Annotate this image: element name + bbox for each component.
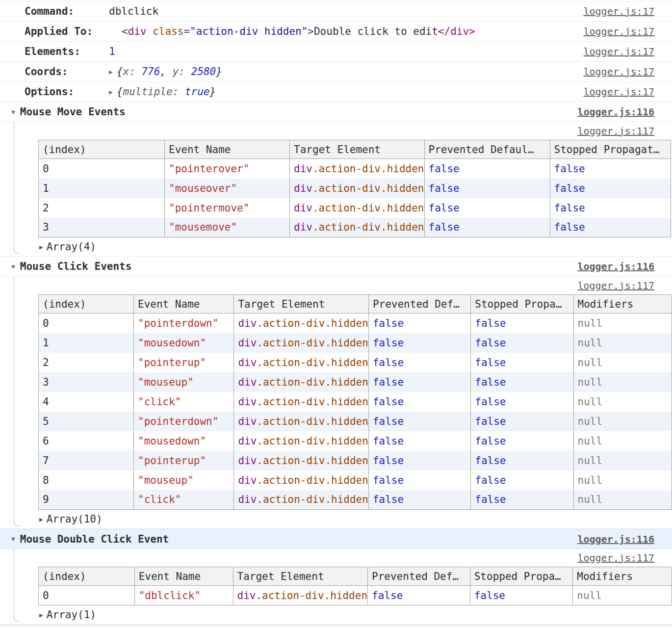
console-row-elements: Elements: 1 logger.js:17 — [0, 42, 672, 62]
table-cell: 1 — [39, 179, 165, 198]
collapse-triangle-icon[interactable] — [11, 536, 15, 542]
selector-tag: div — [238, 396, 257, 408]
column-header[interactable]: (index) — [39, 140, 165, 159]
row-label-command: Command: — [25, 5, 109, 17]
selector-tag: div — [238, 357, 257, 368]
expand-triangle-icon[interactable] — [109, 89, 113, 95]
group-header-mouse-click-events[interactable]: Mouse Click Events logger.js:116 — [0, 257, 672, 277]
column-header[interactable]: (index) — [39, 295, 134, 314]
source-link[interactable]: logger.js:116 — [577, 529, 654, 549]
table-row: 2"pointermove"div.action-div.hiddenfalse… — [39, 198, 671, 218]
source-link[interactable]: logger.js:17 — [584, 1, 655, 21]
table-cell: false — [424, 218, 550, 237]
table-cell: null — [573, 471, 672, 490]
column-header[interactable]: Event Name — [134, 295, 234, 314]
column-header[interactable]: (index) — [39, 567, 135, 586]
table-log-row: logger.js:117 — [0, 549, 672, 567]
column-header[interactable]: Event Name — [134, 567, 233, 586]
selector-classes: .action-div.hidden — [312, 202, 424, 214]
table-cell: div.action-div.hidden — [234, 333, 369, 353]
expand-triangle-icon[interactable] — [39, 612, 43, 618]
coords-object-preview[interactable]: {x: 776, y: 2580} — [117, 66, 222, 78]
source-link[interactable]: logger.js:116 — [577, 102, 654, 122]
table-cell: false — [368, 471, 470, 490]
collapse-triangle-icon[interactable] — [11, 263, 15, 270]
source-link[interactable]: logger.js:116 — [577, 257, 654, 276]
brace: } — [210, 86, 216, 98]
source-link[interactable]: logger.js:17 — [584, 82, 655, 102]
selector-classes: .action-div.hidden — [312, 183, 424, 194]
source-link[interactable]: logger.js:117 — [577, 280, 654, 291]
column-header[interactable]: Target Element — [234, 295, 369, 314]
column-header[interactable]: Stopped Propagat… — [550, 140, 671, 159]
selector-tag: div — [238, 337, 257, 349]
table-cell: false — [471, 353, 573, 372]
table-cell: div.action-div.hidden — [234, 490, 369, 510]
expand-triangle-icon[interactable] — [109, 69, 113, 75]
table-cell: null — [573, 353, 672, 372]
column-header[interactable]: Event Name — [165, 140, 290, 159]
selector-classes: .action-div.hidden — [312, 221, 424, 233]
table-cell: div.action-div.hidden — [290, 159, 425, 179]
mouse-move-events-table: (index)Event NameTarget ElementPrevented… — [38, 140, 671, 237]
table-cell: false — [424, 198, 550, 218]
table-cell: false — [368, 392, 470, 412]
table-cell: 0 — [39, 586, 135, 605]
source-link[interactable]: logger.js:17 — [584, 42, 655, 61]
table-cell: null — [573, 490, 672, 510]
table-cell: div.action-div.hidden — [234, 372, 369, 392]
column-header[interactable]: Stopped Propa… — [471, 295, 573, 314]
applied-element[interactable]: <div class="action-div hidden">Double cl… — [122, 26, 475, 37]
expand-triangle-icon[interactable] — [39, 244, 43, 250]
source-link[interactable]: logger.js:117 — [577, 552, 654, 564]
array-summary-label: Array(10) — [47, 513, 103, 525]
group-body-mouse-click-events: logger.js:117 (index)Event NameTarget El… — [0, 277, 672, 529]
table-cell: 1 — [39, 333, 134, 353]
column-header[interactable]: Prevented Def… — [368, 567, 470, 586]
table-cell: "mouseup" — [134, 372, 234, 392]
column-header[interactable]: Modifiers — [573, 295, 672, 314]
options-object-preview[interactable]: {multiple: true} — [117, 86, 216, 98]
group-header-mouse-move-events[interactable]: Mouse Move Events logger.js:116 — [0, 102, 672, 122]
source-link[interactable]: logger.js:117 — [577, 125, 654, 137]
column-header[interactable]: Prevented Def… — [368, 295, 470, 314]
source-link[interactable]: logger.js:17 — [584, 62, 655, 81]
column-header[interactable]: Prevented Defaul… — [424, 140, 550, 159]
column-header[interactable]: Target Element — [290, 140, 425, 159]
table-cell: "pointermove" — [165, 198, 290, 218]
array-summary-row[interactable]: Array(4) — [0, 237, 672, 256]
column-header[interactable]: Target Element — [233, 567, 368, 586]
table-row: 7"pointerup"div.action-div.hiddenfalsefa… — [39, 451, 672, 471]
array-summary-row[interactable]: Array(1) — [0, 605, 672, 624]
table-cell: 8 — [39, 471, 134, 490]
table-row: 8"mouseup"div.action-div.hiddenfalsefals… — [39, 471, 672, 490]
table-cell: 5 — [39, 412, 134, 431]
column-header[interactable]: Stopped Propa… — [470, 567, 573, 586]
column-header[interactable]: Modifiers — [573, 567, 672, 586]
table-cell: false — [368, 314, 470, 333]
expand-triangle-icon[interactable] — [39, 516, 43, 523]
table-cell: null — [573, 586, 672, 605]
console-row-applied-to: Applied To: <div class="action-div hidde… — [0, 22, 672, 42]
table-cell: false — [550, 198, 671, 218]
table-cell: false — [471, 490, 573, 510]
selector-tag: div — [238, 474, 257, 486]
array-summary-row[interactable]: Array(10) — [0, 510, 672, 528]
group-header-mouse-double-click-event[interactable]: Mouse Double Click Event logger.js:116 — [0, 529, 672, 549]
row-label-options: Options: — [25, 86, 109, 98]
table-row: 9"click"div.action-div.hiddenfalsefalsen… — [39, 490, 672, 510]
console-row-coords: Coords: {x: 776, y: 2580} logger.js:17 — [0, 62, 672, 82]
selector-tag: div — [238, 376, 257, 388]
selector-tag: div — [238, 455, 257, 467]
table-cell: div.action-div.hidden — [234, 451, 369, 471]
table-row: 5"pointerdown"div.action-div.hiddenfalse… — [39, 412, 672, 431]
selector-tag: div — [294, 163, 312, 175]
table-row: 0"pointerover"div.action-div.hiddenfalse… — [39, 159, 671, 179]
source-link[interactable]: logger.js:17 — [584, 22, 655, 41]
selector-classes: .action-div.hidden — [256, 590, 367, 602]
object-value: 2580 — [191, 66, 216, 78]
collapse-triangle-icon[interactable] — [11, 109, 15, 115]
group-body-mouse-move-events: logger.js:117 (index)Event NameTarget El… — [0, 122, 672, 257]
table-cell: div.action-div.hidden — [290, 218, 425, 237]
table-cell: false — [471, 333, 573, 353]
